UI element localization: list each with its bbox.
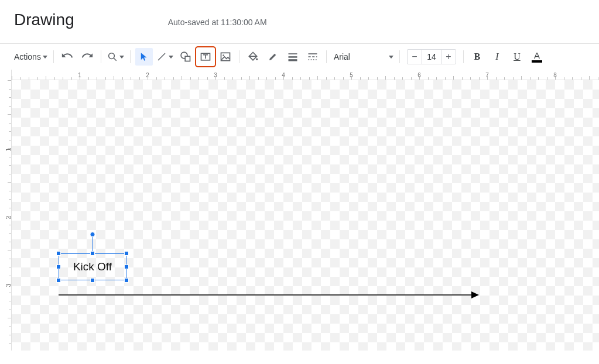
arrow-shape[interactable]	[59, 291, 480, 299]
undo-icon	[61, 51, 73, 63]
textbox-tool-button[interactable]	[197, 48, 214, 66]
resize-handle-tm[interactable]	[90, 251, 95, 256]
underline-button[interactable]: U	[508, 48, 526, 66]
separator	[463, 50, 464, 63]
image-icon	[220, 51, 231, 63]
separator	[326, 50, 327, 63]
toolbar: Actions	[0, 44, 599, 70]
font-size-decrease[interactable]: −	[408, 51, 422, 62]
separator	[399, 50, 400, 63]
border-dash-button[interactable]	[304, 48, 321, 66]
svg-line-1	[114, 58, 117, 61]
dialog-title: Drawing	[14, 11, 74, 29]
zoom-icon	[107, 51, 118, 62]
separator	[53, 50, 54, 63]
line-weight-icon	[287, 51, 299, 63]
textbox-shape[interactable]: Kick Off	[59, 253, 126, 280]
actions-label: Actions	[14, 52, 41, 61]
caret-down-icon	[169, 56, 173, 59]
resize-handle-ml[interactable]	[56, 265, 61, 269]
separator	[130, 50, 131, 63]
select-tool-button[interactable]	[135, 48, 153, 66]
svg-rect-10	[288, 56, 297, 58]
rotation-handle[interactable]	[90, 232, 95, 237]
svg-point-0	[109, 53, 115, 59]
font-size-increase[interactable]: +	[441, 51, 456, 62]
caret-down-icon	[389, 56, 393, 59]
text-color-letter: A	[534, 51, 540, 60]
textbox-content: Kick Off	[73, 260, 112, 273]
caret-down-icon	[43, 56, 47, 59]
resize-handle-tr[interactable]	[124, 251, 129, 256]
autosave-status: Auto-saved at 11:30:00 AM	[168, 18, 267, 27]
resize-handle-br[interactable]	[124, 278, 129, 283]
pen-icon	[268, 51, 278, 62]
caret-down-icon	[119, 56, 124, 59]
svg-rect-9	[288, 53, 297, 54]
redo-icon	[81, 51, 93, 63]
vertical-ruler: 123	[0, 70, 12, 351]
rotation-line	[93, 236, 93, 251]
svg-line-2	[158, 53, 165, 60]
border-color-button[interactable]	[264, 48, 282, 66]
svg-point-8	[256, 59, 258, 60]
actions-menu[interactable]: Actions	[12, 48, 49, 66]
fill-icon	[247, 51, 259, 63]
svg-point-7	[223, 54, 224, 56]
resize-handle-bm[interactable]	[90, 278, 95, 283]
shape-tool-button[interactable]	[177, 48, 194, 66]
undo-button[interactable]	[59, 48, 76, 66]
horizontal-ruler: 12345678	[12, 70, 599, 80]
line-tool-button[interactable]	[155, 48, 174, 66]
zoom-button[interactable]	[106, 48, 125, 66]
font-family-select[interactable]: Arial	[330, 49, 396, 65]
resize-handle-tl[interactable]	[56, 251, 61, 256]
svg-rect-11	[288, 59, 297, 61]
svg-rect-4	[185, 56, 190, 61]
cursor-icon	[139, 51, 149, 62]
textbox-icon	[200, 51, 211, 63]
drawing-canvas[interactable]: Kick Off	[12, 80, 599, 351]
font-size-value[interactable]: 14	[422, 50, 441, 64]
border-weight-button[interactable]	[284, 48, 302, 66]
resize-handle-bl[interactable]	[56, 278, 61, 283]
bold-button[interactable]: B	[468, 48, 486, 66]
text-color-swatch	[532, 60, 542, 63]
text-color-button[interactable]: A	[528, 48, 546, 66]
shape-icon	[180, 51, 191, 63]
line-dash-icon	[307, 51, 319, 63]
line-icon	[156, 51, 167, 62]
dialog-header: Drawing Auto-saved at 11:30:00 AM	[0, 0, 599, 33]
font-family-value: Arial	[334, 52, 350, 61]
fill-color-button[interactable]	[244, 48, 262, 66]
font-size-control: − 14 +	[407, 49, 456, 64]
separator	[239, 50, 239, 63]
separator	[101, 50, 101, 63]
redo-button[interactable]	[78, 48, 96, 66]
image-tool-button[interactable]	[217, 48, 234, 66]
italic-button[interactable]: I	[488, 48, 506, 66]
resize-handle-mr[interactable]	[124, 265, 129, 269]
workspace: 12345678 123 Kick Off	[0, 70, 599, 351]
